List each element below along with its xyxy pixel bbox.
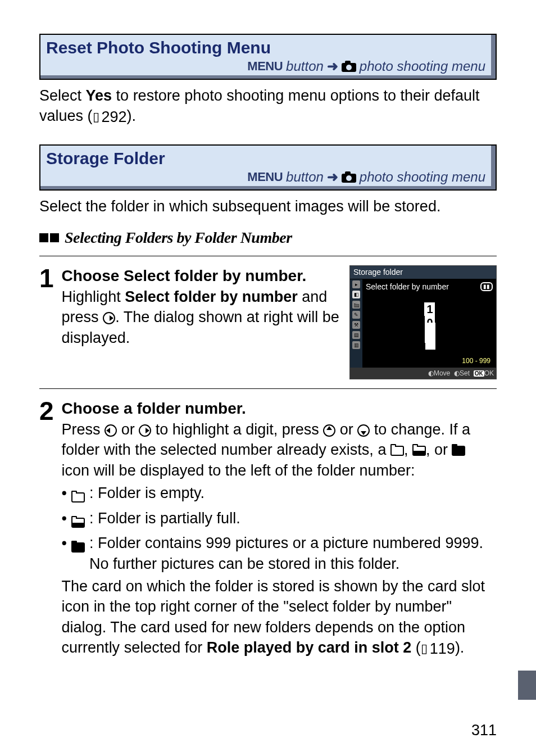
section-title-storage: Storage Folder [46, 149, 485, 168]
folder-empty-icon [71, 492, 85, 503]
squares-icon [39, 233, 59, 242]
subheading-text: Selecting Folders by Folder Number [65, 229, 292, 247]
bullet-icon: • [62, 483, 67, 503]
text-bold: Select folder by number [124, 267, 302, 284]
text: . [302, 267, 306, 284]
side-tab [518, 671, 536, 700]
dpad-right-icon [103, 312, 115, 324]
divider [39, 388, 497, 389]
step1-title: Choose Select folder by number. [62, 267, 307, 284]
folder-full-icon [71, 542, 85, 553]
step-number: 1 [39, 265, 54, 379]
screenshot-digits: 10▲1▼ [366, 302, 493, 343]
dpad-right-icon [139, 424, 151, 437]
section-sub-reset: MENU button ➜ photo shooting menu [46, 58, 485, 74]
screenshot-subtitle: Select folder by number [366, 282, 449, 292]
text: or [335, 421, 357, 438]
screenshot-iconcol: ▸ ◧ 🎬 ✎ ⚒ ▤ ▥ [350, 279, 362, 368]
text: Choose [62, 267, 124, 284]
list-item: • : Folder contains 999 pictures or a pi… [62, 533, 497, 574]
button-word: button [286, 58, 324, 74]
ref-num: 292 [102, 107, 127, 127]
screenshot-bottom: ◐Move ◐Set OKOK [350, 368, 496, 379]
tab-icon: 🎬 [352, 301, 360, 309]
tab-icon: ✎ [352, 311, 360, 319]
text: Select [39, 87, 86, 104]
text: , or [426, 441, 452, 458]
text-bold: Role played by card in slot 2 [207, 639, 412, 656]
set-label: Set [460, 369, 470, 377]
list-item: • : Folder is empty. [62, 483, 497, 506]
subheading: Selecting Folders by Folder Number [39, 229, 497, 247]
book-icon: ▯ [93, 111, 99, 123]
menu-button-label: MENU [247, 59, 283, 74]
text: to highlight a digit, press [151, 421, 323, 438]
ref-num: 119 [430, 639, 455, 659]
slot-icon: ▮▮ [480, 282, 493, 291]
menu-name: photo shooting menu [360, 169, 485, 185]
bullet-icon: • [62, 508, 67, 528]
storage-body: Select the folder in which subsequent im… [39, 196, 497, 216]
section-box-reset: Reset Photo Shooting Menu MENU button ➜ … [39, 34, 497, 80]
text: Highlight [62, 288, 125, 305]
list-text: : Folder contains 999 pictures or a pict… [89, 533, 497, 574]
move-label: Move [434, 369, 450, 377]
screenshot-subtitle-row: Select folder by number ▮▮ [366, 282, 493, 292]
text-bold: Yes [86, 87, 112, 104]
section-sub-storage: MENU button ➜ photo shooting menu [46, 169, 485, 185]
bullet-icon: • [62, 533, 67, 553]
text: , [404, 441, 412, 458]
tab-icon: ▤ [352, 331, 360, 339]
step1-text: Choose Select folder by number. Highligh… [62, 265, 339, 348]
dpad-up-icon [323, 424, 335, 437]
section-title-reset: Reset Photo Shooting Menu [46, 38, 485, 57]
digit: 1 [425, 302, 435, 316]
text: Press [62, 421, 105, 438]
screenshot-title: Storage folder [350, 266, 496, 279]
step2-title: Choose a folder number. [62, 398, 497, 419]
book-icon: ▯ [421, 642, 428, 655]
folder-empty-icon [390, 446, 404, 456]
menu-name: photo shooting menu [360, 58, 485, 74]
reset-body: Select Yes to restore photo shooting men… [39, 85, 497, 128]
tab-icon: ▸ [352, 280, 360, 288]
folder-state-list: • : Folder is empty. • : Folder is parti… [62, 483, 497, 574]
step2-body: Choose a folder number. Press or to high… [62, 398, 497, 659]
dpad-left-icon [105, 424, 117, 437]
divider [39, 256, 497, 256]
screenshot-range: 100 - 999 [366, 356, 493, 365]
text: ). [455, 639, 465, 656]
button-word: button [286, 169, 324, 185]
page-number: 311 [471, 722, 497, 739]
step2-para2: The card on which the folder is stored i… [62, 576, 497, 659]
page-ref: ▯292 [93, 107, 127, 127]
move-icon: ◐ [428, 369, 434, 377]
step-number: 2 [39, 398, 54, 659]
text: ( [411, 639, 421, 656]
step-2: 2 Choose a folder number. Press or to hi… [39, 398, 497, 659]
text: or [117, 421, 139, 438]
camera-screenshot: Storage folder ▸ ◧ 🎬 ✎ ⚒ ▤ ▥ [349, 265, 497, 379]
arrow-icon: ➜ [327, 169, 338, 185]
list-text: : Folder is partially full. [89, 508, 497, 528]
arrow-icon: ➜ [327, 58, 338, 74]
list-text: : Folder is empty. [89, 483, 497, 503]
folder-partial-icon [71, 518, 85, 528]
folder-partial-icon [412, 446, 426, 456]
set-icon: ◐ [454, 369, 460, 377]
page-ref: ▯119 [421, 639, 455, 659]
ok-badge: OK [474, 370, 484, 377]
text-bold: Select folder by number [125, 288, 298, 305]
section-box-storage: Storage Folder MENU button ➜ photo shoot… [39, 144, 497, 191]
folder-full-icon [452, 446, 465, 456]
menu-button-label: MENU [247, 170, 283, 184]
list-item: • : Folder is partially full. [62, 508, 497, 532]
tab-icon-selected: ◧ [352, 291, 360, 298]
camera-icon [342, 61, 356, 72]
tab-icon: ▥ [352, 341, 360, 349]
text: icon will be displayed to the left of th… [62, 462, 415, 479]
text: ). [127, 107, 137, 124]
camera-icon [342, 171, 356, 183]
step-1: 1 Choose Select folder by number. Highli… [39, 265, 497, 379]
tab-icon: ⚒ [352, 321, 360, 329]
